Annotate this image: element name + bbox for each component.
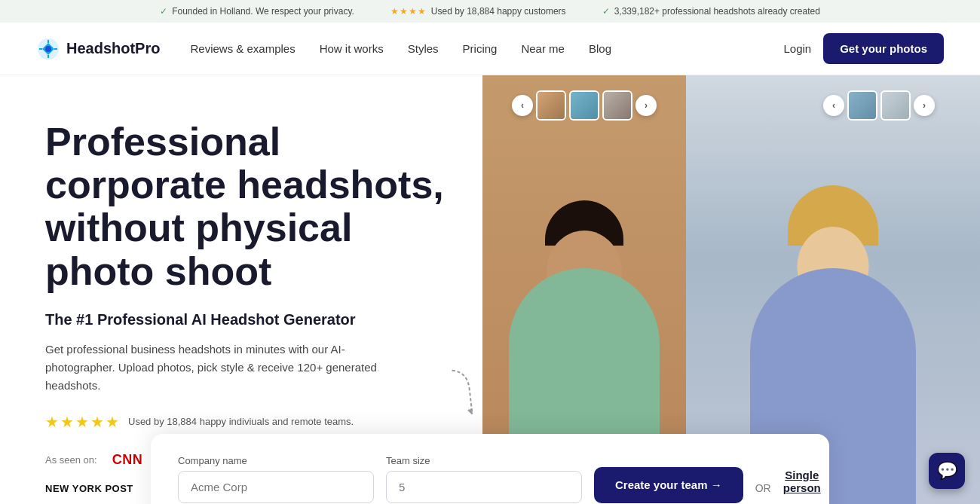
rating-text: Used by 18,884 happy indiviuals and remo…: [128, 416, 354, 427]
right-thumbnails: ‹ ›: [823, 90, 935, 121]
chat-button[interactable]: 💬: [929, 453, 965, 489]
left-arrow[interactable]: ‹: [512, 95, 533, 116]
logo-link[interactable]: HeadshotPro: [36, 37, 160, 61]
company-field: Company name: [178, 455, 374, 503]
chat-icon: 💬: [937, 461, 957, 481]
nav-links: Reviews & examples How it works Styles P…: [190, 42, 783, 55]
form-or-text: OR: [755, 482, 771, 503]
hero-title: Professional corporate headshots, withou…: [45, 121, 446, 293]
team-size-label: Team size: [386, 455, 582, 466]
svg-point-1: [45, 46, 51, 52]
login-button[interactable]: Login: [783, 42, 811, 55]
left-thumbnails: ‹ ›: [512, 90, 657, 121]
right-arrow-left[interactable]: ›: [635, 95, 657, 116]
stars-icon: ★★★★: [390, 6, 427, 17]
hero-desc: Get professional business headshots in m…: [45, 341, 407, 395]
topbar-text-3: 3,339,182+ professional headshots alread…: [614, 6, 820, 17]
thumb-5[interactable]: [880, 90, 911, 121]
hero-subtitle: The #1 Professional AI Headshot Generato…: [45, 311, 446, 328]
topbar-text-1: Founded in Holland. We respect your priv…: [172, 6, 354, 17]
check-icon-2: ✓: [602, 6, 610, 17]
company-input[interactable]: [178, 471, 374, 503]
team-size-input[interactable]: [386, 471, 582, 503]
team-size-field: Team size: [386, 455, 582, 503]
hero-section: Professional corporate headshots, withou…: [0, 75, 980, 504]
nav-blog[interactable]: Blog: [589, 42, 611, 55]
create-team-button[interactable]: Create your team →: [594, 467, 743, 503]
thumb-4[interactable]: [847, 90, 877, 121]
logo-text: HeadshotPro: [66, 40, 160, 57]
check-icon-1: ✓: [160, 6, 167, 17]
nav-pricing[interactable]: Pricing: [463, 42, 498, 55]
company-label: Company name: [178, 455, 374, 466]
nav-how-it-works[interactable]: How it works: [320, 42, 384, 55]
topbar-text-2: Used by 18,884 happy customers: [431, 6, 566, 17]
right-arrow-right[interactable]: ›: [914, 95, 935, 116]
navbar: HeadshotPro Reviews & examples How it wo…: [0, 23, 980, 75]
topbar-item-3: ✓ 3,339,182+ professional headshots alre…: [602, 6, 820, 17]
get-photos-button[interactable]: Get your photos: [823, 33, 944, 64]
top-bar: ✓ Founded in Holland. We respect your pr…: [0, 0, 980, 23]
logo-icon: [36, 37, 60, 61]
nav-near-me[interactable]: Near me: [521, 42, 565, 55]
rating-stars: ★★★★★: [45, 413, 121, 431]
thumb-2[interactable]: [569, 90, 599, 121]
thumb-1[interactable]: [536, 90, 566, 121]
media-cnn: CNN: [112, 452, 143, 468]
media-nypost: NEW YORK POST: [45, 483, 133, 494]
topbar-item-2: ★★★★ Used by 18,884 happy customers: [390, 6, 566, 17]
left-arrow-right[interactable]: ‹: [823, 95, 844, 116]
nav-reviews[interactable]: Reviews & examples: [190, 42, 295, 55]
team-form: Company name Team size Create your team …: [151, 434, 829, 504]
hero-rating: ★★★★★ Used by 18,884 happy indiviuals an…: [45, 413, 446, 431]
nav-styles[interactable]: Styles: [408, 42, 439, 55]
nav-actions: Login Get your photos: [783, 33, 944, 64]
single-person-button[interactable]: Single person: [783, 469, 821, 503]
thumb-3[interactable]: [602, 90, 632, 121]
as-seen-label: As seen on:: [45, 454, 97, 466]
topbar-item-1: ✓ Founded in Holland. We respect your pr…: [160, 6, 354, 17]
